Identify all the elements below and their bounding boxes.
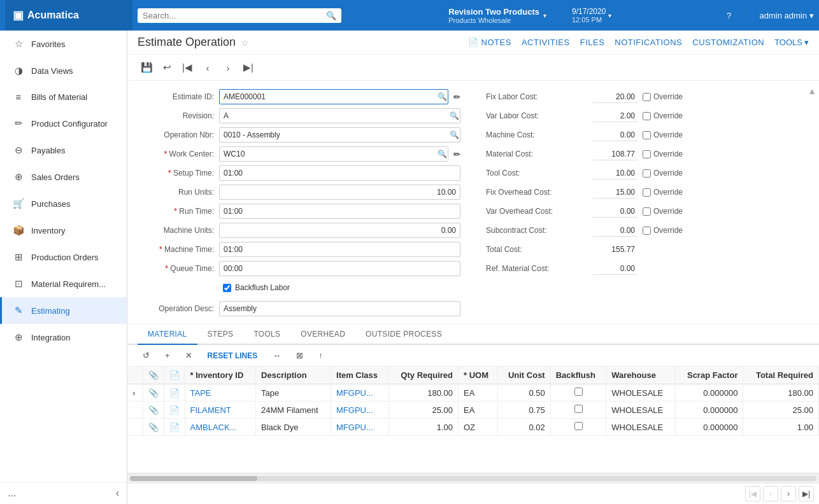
tab-steps[interactable]: STEPS bbox=[197, 325, 244, 345]
material-override-checkbox[interactable] bbox=[643, 150, 651, 158]
sidebar-item-inventory[interactable]: 📦 Inventory bbox=[0, 217, 127, 244]
activities-button[interactable]: ACTIVITIES bbox=[522, 38, 570, 47]
inventory-id-amblack[interactable]: AMBLACK... bbox=[185, 419, 256, 436]
sidebar-item-estimating[interactable]: ✎ Estimating bbox=[0, 297, 127, 324]
export-button[interactable]: ⊠ bbox=[291, 349, 308, 362]
fix-overhead-override-checkbox[interactable] bbox=[643, 188, 651, 197]
search-box[interactable]: 🔍 bbox=[138, 8, 341, 23]
reset-lines-button[interactable]: RESET LINES bbox=[203, 349, 263, 362]
upload-button[interactable]: ↑ bbox=[313, 349, 328, 362]
logo[interactable]: ▣ Acumatica bbox=[5, 0, 132, 31]
add-row-button[interactable]: + bbox=[160, 349, 175, 362]
estimate-id-edit-icon[interactable]: ✏ bbox=[453, 92, 460, 102]
queue-time-input[interactable] bbox=[219, 261, 460, 276]
machine-units-input[interactable] bbox=[219, 223, 460, 238]
revision-search-icon[interactable]: 🔍 bbox=[450, 111, 459, 120]
first-page-button[interactable]: |◀ bbox=[745, 486, 760, 501]
refresh-grid-button[interactable]: ↺ bbox=[138, 349, 155, 362]
backflush-amblack-checkbox[interactable] bbox=[574, 422, 583, 430]
backflush-amblack[interactable] bbox=[550, 419, 606, 436]
delete-row-button[interactable]: ✕ bbox=[180, 349, 197, 362]
tape-link[interactable]: TAPE bbox=[190, 388, 211, 398]
more-button[interactable]: ... bbox=[8, 487, 16, 499]
last-record-button[interactable]: ▶| bbox=[239, 59, 257, 76]
inventory-id-tape[interactable]: TAPE bbox=[185, 384, 256, 402]
tools-button[interactable]: TOOLS ▾ bbox=[774, 38, 809, 47]
backflush-filament[interactable] bbox=[550, 402, 606, 419]
next-page-button[interactable]: › bbox=[781, 486, 796, 501]
run-units-input[interactable] bbox=[219, 185, 460, 200]
operation-nbr-search-icon[interactable]: 🔍 bbox=[450, 130, 459, 139]
machine-override-checkbox[interactable] bbox=[643, 131, 651, 139]
var-overhead-override-checkbox[interactable] bbox=[643, 207, 651, 216]
horizontal-scrollbar[interactable] bbox=[127, 473, 819, 483]
last-page-button[interactable]: ▶| bbox=[799, 486, 814, 501]
item-class-tape[interactable]: MFGPU... bbox=[331, 384, 389, 402]
customization-button[interactable]: CUSTOMIZATION bbox=[692, 38, 764, 47]
filament-link[interactable]: FILAMENT bbox=[190, 405, 231, 415]
undo-button[interactable]: ↩ bbox=[158, 59, 176, 76]
subcontract-override-checkbox[interactable] bbox=[643, 227, 651, 235]
row-expand-amblack[interactable] bbox=[127, 419, 143, 436]
sidebar-item-bills-of-material[interactable]: ≡ Bills of Material bbox=[0, 84, 127, 110]
tab-material[interactable]: MATERIAL bbox=[138, 325, 197, 345]
machine-time-input[interactable] bbox=[219, 242, 460, 257]
run-time-input[interactable] bbox=[219, 204, 460, 219]
prev-record-button[interactable]: ‹ bbox=[199, 59, 217, 76]
tab-tools[interactable]: TOOLS bbox=[243, 325, 290, 345]
backflush-filament-checkbox[interactable] bbox=[574, 405, 583, 413]
estimate-id-input[interactable] bbox=[219, 89, 448, 104]
user-menu[interactable]: 👤 admin admin ▾ bbox=[747, 11, 814, 20]
operation-desc-input[interactable] bbox=[219, 301, 460, 316]
sidebar-item-product-configurator[interactable]: ✏ Product Configurator bbox=[0, 110, 127, 137]
operation-nbr-input[interactable] bbox=[219, 127, 460, 143]
sidebar-item-purchases[interactable]: 🛒 Purchases bbox=[0, 190, 127, 217]
fix-labor-override-checkbox[interactable] bbox=[643, 93, 651, 101]
item-class-tape-link[interactable]: MFGPU... bbox=[336, 388, 373, 398]
item-class-amblack[interactable]: MFGPU... bbox=[331, 419, 389, 436]
setup-time-input[interactable] bbox=[219, 165, 460, 181]
row-note-tape[interactable]: 📄 bbox=[164, 384, 185, 402]
sidebar-item-material-requirem[interactable]: ⊡ Material Requirem... bbox=[0, 270, 127, 297]
search-input[interactable] bbox=[143, 11, 322, 20]
sidebar-item-payables[interactable]: ⊖ Payables bbox=[0, 137, 127, 164]
sidebar-item-sales-orders[interactable]: ⊕ Sales Orders bbox=[0, 164, 127, 190]
sidebar-item-production-orders[interactable]: ⊞ Production Orders bbox=[0, 244, 127, 270]
next-record-button[interactable]: › bbox=[219, 59, 237, 76]
scroll-track[interactable] bbox=[130, 476, 816, 481]
work-center-edit-icon[interactable]: ✏ bbox=[453, 150, 460, 159]
first-record-button[interactable]: |◀ bbox=[178, 59, 196, 76]
prev-page-button[interactable]: ‹ bbox=[763, 486, 778, 501]
work-center-search-icon[interactable]: 🔍 bbox=[438, 150, 447, 158]
work-center-input[interactable] bbox=[219, 146, 448, 162]
sidebar-item-data-views[interactable]: ◑ Data Views bbox=[0, 57, 127, 84]
backflush-labor-checkbox[interactable] bbox=[223, 284, 231, 292]
files-button[interactable]: FILES bbox=[580, 38, 605, 47]
item-class-filament[interactable]: MFGPU... bbox=[331, 402, 389, 419]
row-expand-filament[interactable] bbox=[127, 402, 143, 419]
backflush-tape[interactable] bbox=[550, 384, 606, 402]
scroll-thumb[interactable] bbox=[130, 476, 257, 481]
row-note-amblack[interactable]: 📄 bbox=[164, 419, 185, 436]
row-attach-filament[interactable]: 📎 bbox=[143, 402, 164, 419]
save-button[interactable]: 💾 bbox=[138, 59, 155, 76]
tool-override-checkbox[interactable] bbox=[643, 169, 651, 178]
row-note-filament[interactable]: 📄 bbox=[164, 402, 185, 419]
revision-input[interactable] bbox=[219, 108, 460, 123]
workspace-selector[interactable]: Revision Two Products Products Wholesale… bbox=[448, 7, 546, 24]
tab-overhead[interactable]: OVERHEAD bbox=[290, 325, 355, 345]
datetime-selector[interactable]: 9/17/2020 12:05 PM ▾ bbox=[572, 7, 611, 24]
row-attach-tape[interactable]: 📎 bbox=[143, 384, 164, 402]
notifications-button[interactable]: NOTIFICATIONS bbox=[615, 38, 682, 47]
favorite-star-icon[interactable]: ☆ bbox=[241, 38, 249, 48]
collapse-sidebar-button[interactable]: ‹ bbox=[116, 487, 119, 499]
amblack-link[interactable]: AMBLACK... bbox=[190, 423, 237, 432]
sidebar-item-integration[interactable]: ⊕ Integration bbox=[0, 324, 127, 351]
fit-columns-button[interactable]: ↔ bbox=[267, 349, 286, 362]
item-class-amblack-link[interactable]: MFGPU... bbox=[336, 423, 373, 432]
notes-button[interactable]: 📄 NOTES bbox=[468, 38, 511, 47]
row-expand-tape[interactable]: › bbox=[127, 384, 143, 402]
estimate-id-search-icon[interactable]: 🔍 bbox=[438, 92, 447, 101]
sidebar-item-favorites[interactable]: ☆ Favorites bbox=[0, 31, 127, 57]
row-attach-amblack[interactable]: 📎 bbox=[143, 419, 164, 436]
